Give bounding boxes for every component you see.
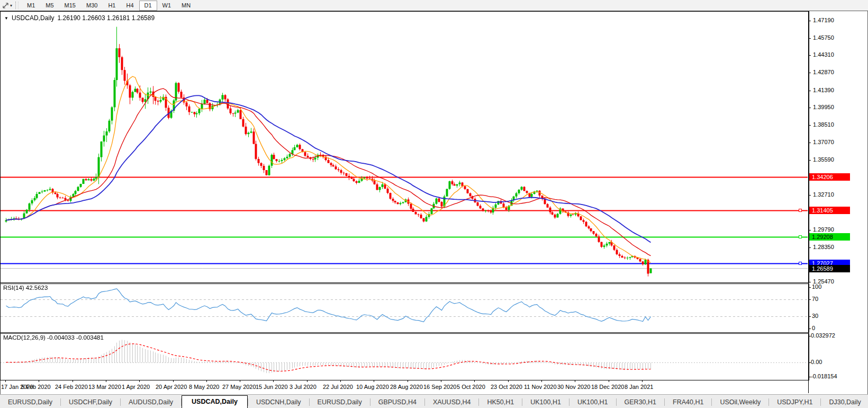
chart-tab-bar: EURUSD,DailyUSDCHF,DailyAUDUSD,DailyUSDC… <box>0 394 868 408</box>
chart-tab-usdchf-daily[interactable]: USDCHF,Daily <box>61 396 120 408</box>
price-tick-mark <box>808 91 811 91</box>
rsi-tick-label: 0 <box>812 325 815 331</box>
crosshair-tool-icon[interactable] <box>2 2 10 10</box>
price-tick-label: 1.44310 <box>813 51 834 58</box>
date-tick-mark <box>240 380 240 382</box>
tool-dropdown-arrow-icon[interactable]: ▾ <box>10 3 12 8</box>
date-tick-mark <box>173 380 174 382</box>
rsi-tick-label: 100 <box>812 283 821 290</box>
date-tick-mark <box>408 380 408 382</box>
macd-chart-canvas[interactable] <box>1 334 808 379</box>
timeframe-button-h4[interactable]: H4 <box>121 1 139 11</box>
price-tick-label: 1.35590 <box>813 156 834 163</box>
date-tick-mark <box>39 380 39 382</box>
date-tick-mark <box>642 380 643 382</box>
rsi-tick-mark <box>808 329 811 329</box>
price-tick-label: 1.41390 <box>813 87 834 93</box>
macd-tick-label: -0.018154 <box>811 373 837 379</box>
macd-tick-label: 0.032972 <box>811 332 835 339</box>
date-tick-label: 13 Mar 2020 <box>88 384 121 390</box>
date-tick-mark <box>307 380 308 382</box>
timeframe-button-m1[interactable]: M1 <box>22 1 40 11</box>
price-tick-mark <box>808 73 811 73</box>
trading-terminal-window: ▾ M1M5M15M30H1H4D1W1MN ▼ USDCAD,Daily 1.… <box>0 0 868 408</box>
timeframe-button-h1[interactable]: H1 <box>103 1 121 11</box>
date-tick-mark <box>106 380 106 382</box>
date-tick-label: 11 Nov 2020 <box>524 384 557 390</box>
price-tick-mark <box>808 282 811 282</box>
chart-tab-hk50-h1[interactable]: HK50,H1 <box>479 396 522 408</box>
rsi-tick-mark <box>808 316 811 317</box>
chart-ohlc-values: 1.26190 1.26603 1.26181 1.26589 <box>58 14 155 22</box>
price-tick-mark <box>808 21 811 21</box>
date-tick-label: 27 May 2020 <box>222 384 256 390</box>
chart-tab-xauusd-h4[interactable]: XAUUSD,H4 <box>425 396 479 408</box>
price-level-badge: 1.34206 <box>809 173 850 181</box>
chart-title: ▼ USDCAD,Daily 1.26190 1.26603 1.26181 1… <box>4 14 155 22</box>
date-tick-mark <box>374 380 374 382</box>
rsi-label: RSI(14) 42.5623 <box>3 285 48 291</box>
chart-tab-fra40-h1[interactable]: FRA40,H1 <box>665 396 711 408</box>
price-tick-mark <box>808 247 811 248</box>
chart-tabs: EURUSD,DailyUSDCHF,DailyAUDUSD,DailyUSDC… <box>0 395 868 408</box>
date-tick-label: 16 Sep 2020 <box>423 384 456 390</box>
date-tick-label: 28 Aug 2020 <box>390 384 423 390</box>
date-tick-label: 18 Dec 2020 <box>591 384 624 390</box>
rsi-tick-mark <box>808 287 811 288</box>
chart-tab-usdcad-daily[interactable]: USDCAD,Daily <box>182 395 248 408</box>
price-chart-canvas[interactable] <box>1 12 808 281</box>
date-tick-label: 22 Jul 2020 <box>323 384 353 390</box>
current-price-badge: 1.26589 <box>809 265 850 272</box>
date-tick-label: 8 Jan 2021 <box>625 384 653 390</box>
macd-label: MACD(12,26,9) -0.004033 -0.003481 <box>3 334 104 341</box>
top-toolbar: ▾ M1M5M15M30H1H4D1W1MN <box>0 0 868 11</box>
chart-tab-ger30-h1[interactable]: GER30,H1 <box>617 396 664 408</box>
rsi-tick-label: 30 <box>812 313 818 319</box>
date-tick-mark <box>5 380 6 382</box>
chart-tab-eurusd-daily[interactable]: EURUSD,Daily <box>0 396 60 408</box>
timeframe-button-mn[interactable]: MN <box>176 1 196 11</box>
price-tick-label: 1.45750 <box>813 34 834 41</box>
date-tick-mark <box>508 380 509 382</box>
date-tick-label: 24 Feb 2020 <box>55 384 88 390</box>
date-tick-mark <box>73 380 73 382</box>
date-tick-label: 20 Apr 2020 <box>156 384 187 390</box>
date-tick-label: 10 Aug 2020 <box>356 384 389 390</box>
price-tick-mark <box>808 108 811 108</box>
timeframe-button-d1[interactable]: D1 <box>139 1 157 11</box>
chart-tab-usdcnh-daily[interactable]: USDCNH,Daily <box>248 396 309 408</box>
chart-tab-gbpusd-h4[interactable]: GBPUSD,H4 <box>370 396 424 408</box>
chart-tab-eurusd-daily[interactable]: EURUSD,Daily <box>310 396 370 408</box>
price-tick-mark <box>808 38 811 39</box>
chart-tab-audusd-daily[interactable]: AUDUSD,Daily <box>121 396 181 408</box>
timeframe-button-m5[interactable]: M5 <box>40 1 59 11</box>
price-tick-label: 1.38510 <box>813 121 834 128</box>
chart-symbol-label: USDCAD,Daily <box>12 14 55 22</box>
rsi-tick-label: 70 <box>812 296 818 302</box>
chart-tab-uk100-h1[interactable]: UK100,H1 <box>522 396 569 408</box>
date-tick-mark <box>474 380 475 382</box>
price-level-badge: 1.29208 <box>809 233 850 241</box>
date-tick-label: 1 Apr 2020 <box>122 384 150 390</box>
price-tick-mark <box>808 125 811 126</box>
collapse-arrow-icon[interactable]: ▼ <box>4 16 8 21</box>
timeframe-button-m30[interactable]: M30 <box>81 1 103 11</box>
chart-tab-dj30-daily[interactable]: DJ30,Daily <box>821 396 868 408</box>
price-tick-label: 1.32710 <box>813 191 834 198</box>
price-tick-mark <box>808 230 811 230</box>
price-tick-label: 1.47190 <box>813 17 834 23</box>
chart-tab-usdjpy-h1[interactable]: USDJPY,H1 <box>769 396 820 408</box>
rsi-chart-canvas[interactable] <box>1 284 808 331</box>
chart-tab-uk100-h1[interactable]: UK100,H1 <box>569 396 616 408</box>
price-tick-mark <box>808 143 811 143</box>
price-tick-label: 1.37070 <box>813 139 834 145</box>
date-tick-mark <box>139 380 140 382</box>
timeframe-button-w1[interactable]: W1 <box>157 1 177 11</box>
chart-tab-usoil-weekly[interactable]: USOil,Weekly <box>712 396 768 408</box>
date-tick-mark <box>609 380 609 382</box>
date-tick-label: 15 Jun 2020 <box>256 384 288 390</box>
date-tick-mark <box>273 380 274 382</box>
toolbar-grip <box>15 2 19 9</box>
timeframe-button-m15[interactable]: M15 <box>59 1 81 11</box>
date-tick-mark <box>575 380 575 382</box>
